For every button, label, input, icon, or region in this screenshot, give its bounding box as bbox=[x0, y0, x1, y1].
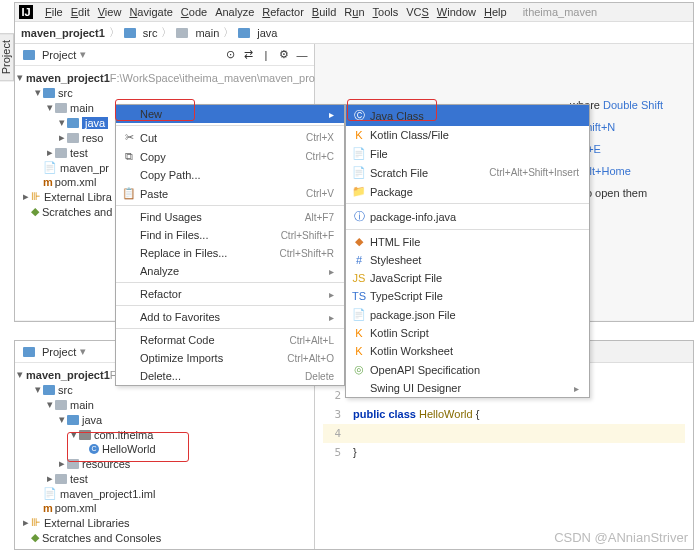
menu-analyze[interactable]: Analyze bbox=[215, 6, 254, 18]
tree-java[interactable]: java bbox=[82, 117, 108, 129]
new-html[interactable]: ◆HTML File bbox=[346, 232, 589, 251]
menu-run[interactable]: Run bbox=[344, 6, 364, 18]
tree-scratch[interactable]: Scratches and Consoles bbox=[42, 532, 161, 544]
menu-tools[interactable]: Tools bbox=[373, 6, 399, 18]
new-kscript[interactable]: KKotlin Script bbox=[346, 324, 589, 342]
main-menu-bar: IJ File Edit View Navigate Code Analyze … bbox=[15, 3, 693, 22]
tree-toggle[interactable]: ▸ bbox=[21, 190, 31, 203]
new-pkginfo[interactable]: ⓘpackage-info.java bbox=[346, 206, 589, 227]
ctx-paste[interactable]: 📋PasteCtrl+V bbox=[116, 184, 344, 203]
project-hint: itheima_maven bbox=[523, 6, 598, 18]
ctx-optimp[interactable]: Optimize ImportsCtrl+Alt+O bbox=[116, 349, 344, 367]
new-openapi[interactable]: ◎OpenAPI Specification bbox=[346, 360, 589, 379]
new-stylesheet[interactable]: #Stylesheet bbox=[346, 251, 589, 269]
project-side-tab[interactable]: Project bbox=[0, 33, 14, 81]
new-file[interactable]: 📄File bbox=[346, 144, 589, 163]
new-ts[interactable]: TSTypeScript File bbox=[346, 287, 589, 305]
tree-java[interactable]: java bbox=[82, 414, 102, 426]
new-package[interactable]: 📁Package bbox=[346, 182, 589, 201]
tree-toggle[interactable]: ▸ bbox=[57, 131, 67, 144]
menu-edit[interactable]: Edit bbox=[71, 6, 90, 18]
tree-test[interactable]: test bbox=[70, 473, 88, 485]
new-kotlin[interactable]: KKotlin Class/File bbox=[346, 126, 589, 144]
ctx-delete[interactable]: Delete...Delete bbox=[116, 367, 344, 385]
tree-main[interactable]: main bbox=[70, 399, 94, 411]
bc-java[interactable]: java bbox=[257, 27, 277, 39]
tree-scratch[interactable]: Scratches and bbox=[42, 206, 112, 218]
target-icon[interactable]: ⊙ bbox=[224, 49, 236, 61]
tree-pom[interactable]: pom.xml bbox=[55, 502, 97, 514]
tree-src[interactable]: src bbox=[58, 384, 73, 396]
tree-root[interactable]: maven_project1 bbox=[26, 369, 110, 381]
ctx-replacein[interactable]: Replace in Files...Ctrl+Shift+R bbox=[116, 244, 344, 262]
class-icon: C bbox=[89, 444, 99, 454]
tree-toggle[interactable]: ▾ bbox=[33, 86, 43, 99]
project-panel-header[interactable]: Project ▾ bbox=[15, 44, 94, 65]
menu-navigate[interactable]: Navigate bbox=[129, 6, 172, 18]
tree-pkg[interactable]: com.itheima bbox=[94, 429, 153, 441]
new-swing[interactable]: Swing UI Designer▸ bbox=[346, 379, 589, 397]
tree-reso[interactable]: reso bbox=[82, 132, 103, 144]
app-logo-icon: IJ bbox=[19, 5, 33, 19]
ctx-reformat[interactable]: Reformat CodeCtrl+Alt+L bbox=[116, 331, 344, 349]
menu-file[interactable]: File bbox=[45, 6, 63, 18]
hide-icon[interactable]: — bbox=[296, 49, 308, 61]
ctx-copy[interactable]: ⧉CopyCtrl+C bbox=[116, 147, 344, 166]
bc-main[interactable]: main bbox=[195, 27, 219, 39]
divider-icon: | bbox=[260, 49, 272, 61]
tree-src[interactable]: src bbox=[58, 87, 73, 99]
ctx-cut[interactable]: ✂CutCtrl+X bbox=[116, 128, 344, 147]
ctx-refactor[interactable]: Refactor▸ bbox=[116, 285, 344, 303]
tree-ext[interactable]: External Libra bbox=[44, 191, 112, 203]
ctx-copypath[interactable]: Copy Path... bbox=[116, 166, 344, 184]
tree-hw[interactable]: HelloWorld bbox=[102, 443, 156, 455]
tree-res[interactable]: resources bbox=[82, 458, 130, 470]
bc-src[interactable]: src bbox=[143, 27, 158, 39]
tree-ext[interactable]: External Libraries bbox=[44, 517, 130, 529]
bc-project[interactable]: maven_project1 bbox=[21, 27, 105, 39]
menu-help[interactable]: Help bbox=[484, 6, 507, 18]
menu-refactor[interactable]: Refactor bbox=[262, 6, 304, 18]
ctx-new[interactable]: New▸ bbox=[116, 105, 344, 123]
menu-build[interactable]: Build bbox=[312, 6, 336, 18]
tree-toggle[interactable]: ▾ bbox=[45, 101, 55, 114]
ide-top-panel: Project IJ File Edit View Navigate Code … bbox=[14, 2, 694, 322]
gear-icon[interactable]: ⚙ bbox=[278, 49, 290, 61]
folder-icon bbox=[124, 28, 136, 38]
project-panel-header[interactable]: Project ▾ bbox=[15, 341, 94, 362]
tree-toggle[interactable]: ▾ bbox=[57, 116, 67, 129]
ctx-addfav[interactable]: Add to Favorites▸ bbox=[116, 308, 344, 326]
ctx-findin[interactable]: Find in Files...Ctrl+Shift+F bbox=[116, 226, 344, 244]
new-submenu: ⒸJava Class KKotlin Class/File 📄File 📄Sc… bbox=[345, 104, 590, 398]
new-kworksheet[interactable]: KKotlin Worksheet bbox=[346, 342, 589, 360]
tree-iml[interactable]: maven_project1.iml bbox=[60, 488, 155, 500]
menu-code[interactable]: Code bbox=[181, 6, 207, 18]
folder-icon bbox=[176, 28, 188, 38]
menu-view[interactable]: View bbox=[98, 6, 122, 18]
menu-window[interactable]: Window bbox=[437, 6, 476, 18]
ctx-findusages[interactable]: Find UsagesAlt+F7 bbox=[116, 208, 344, 226]
folder-icon bbox=[238, 28, 250, 38]
context-menu: New▸ ✂CutCtrl+X ⧉CopyCtrl+C Copy Path...… bbox=[115, 104, 345, 386]
menu-vcs[interactable]: VCS bbox=[406, 6, 429, 18]
ctx-analyze[interactable]: Analyze▸ bbox=[116, 262, 344, 280]
new-js[interactable]: JSJavaScript File bbox=[346, 269, 589, 287]
tree-main[interactable]: main bbox=[70, 102, 94, 114]
watermark: CSDN @ANnianStriver bbox=[554, 530, 688, 545]
breadcrumb: maven_project1〉 src〉 main〉 java bbox=[15, 22, 693, 44]
tree-root[interactable]: maven_project1 bbox=[26, 72, 110, 84]
expand-icon[interactable]: ⇄ bbox=[242, 49, 254, 61]
tree-test[interactable]: test bbox=[70, 147, 88, 159]
tree-toggle[interactable]: ▾ bbox=[17, 71, 23, 84]
new-scratch[interactable]: 📄Scratch FileCtrl+Alt+Shift+Insert bbox=[346, 163, 589, 182]
tree-toggle[interactable]: ▸ bbox=[45, 146, 55, 159]
new-javaclass[interactable]: ⒸJava Class bbox=[346, 105, 589, 126]
project-tree-bottom: ▾maven_project1 F:\WorkSpace\itheima_mav… bbox=[15, 363, 314, 549]
tree-pom[interactable]: pom.xml bbox=[55, 176, 97, 188]
tree-iml[interactable]: maven_pr bbox=[60, 162, 109, 174]
new-pkgjson[interactable]: 📄package.json File bbox=[346, 305, 589, 324]
